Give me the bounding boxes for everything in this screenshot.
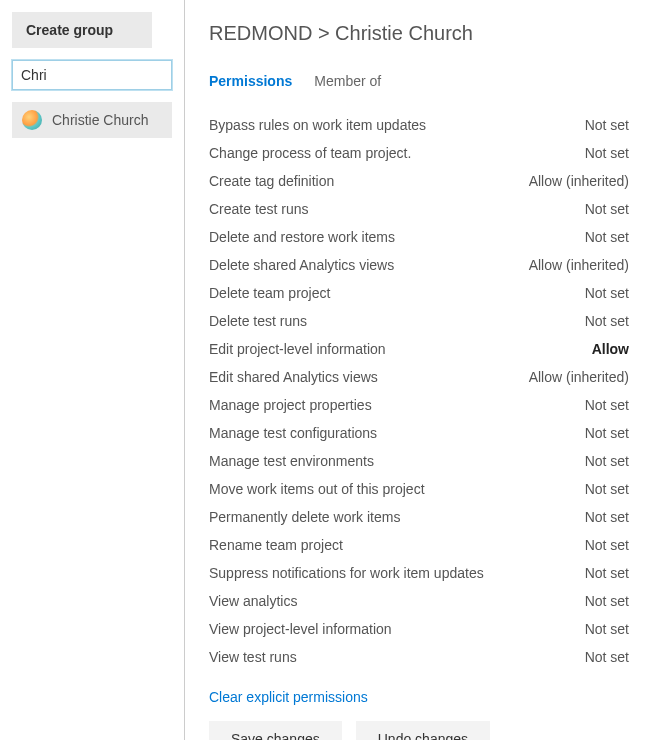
permission-row: Manage test configurationsNot set: [209, 419, 629, 447]
permission-row: Manage test environmentsNot set: [209, 447, 629, 475]
permission-value[interactable]: Allow: [592, 341, 629, 357]
permission-label: Edit shared Analytics views: [209, 369, 378, 385]
permission-row: Delete and restore work itemsNot set: [209, 223, 629, 251]
permission-row: View test runsNot set: [209, 643, 629, 671]
permission-value[interactable]: Not set: [585, 509, 629, 525]
action-bar: Save changes Undo changes: [209, 721, 629, 740]
permission-label: Manage project properties: [209, 397, 372, 413]
permission-label: Create test runs: [209, 201, 309, 217]
avatar-icon: [22, 110, 42, 130]
permission-label: View project-level information: [209, 621, 392, 637]
permission-value[interactable]: Not set: [585, 537, 629, 553]
permission-value[interactable]: Not set: [585, 593, 629, 609]
permission-value[interactable]: Not set: [585, 201, 629, 217]
permission-label: Manage test environments: [209, 453, 374, 469]
permission-label: Suppress notifications for work item upd…: [209, 565, 484, 581]
permission-row: Permanently delete work itemsNot set: [209, 503, 629, 531]
permission-value[interactable]: Not set: [585, 453, 629, 469]
permission-row: Delete shared Analytics viewsAllow (inhe…: [209, 251, 629, 279]
permission-row: Suppress notifications for work item upd…: [209, 559, 629, 587]
permission-label: Delete and restore work items: [209, 229, 395, 245]
save-button[interactable]: Save changes: [209, 721, 342, 740]
permission-label: Delete shared Analytics views: [209, 257, 394, 273]
tab-member-of[interactable]: Member of: [314, 73, 381, 93]
permission-label: Create tag definition: [209, 173, 334, 189]
permission-value[interactable]: Not set: [585, 117, 629, 133]
permission-label: Move work items out of this project: [209, 481, 425, 497]
permission-row: Edit project-level informationAllow: [209, 335, 629, 363]
permission-row: Delete test runsNot set: [209, 307, 629, 335]
tabs: Permissions Member of: [209, 73, 629, 93]
permission-row: Create tag definitionAllow (inherited): [209, 167, 629, 195]
permission-label: View analytics: [209, 593, 297, 609]
permissions-list: Bypass rules on work item updatesNot set…: [209, 111, 629, 671]
permission-label: Bypass rules on work item updates: [209, 117, 426, 133]
search-input[interactable]: [12, 60, 172, 90]
permission-value[interactable]: Allow (inherited): [529, 257, 629, 273]
permission-row: View project-level informationNot set: [209, 615, 629, 643]
permission-value[interactable]: Not set: [585, 425, 629, 441]
permission-label: Edit project-level information: [209, 341, 386, 357]
permission-label: View test runs: [209, 649, 297, 665]
permission-value[interactable]: Not set: [585, 649, 629, 665]
permission-row: Rename team projectNot set: [209, 531, 629, 559]
permission-row: Change process of team project.Not set: [209, 139, 629, 167]
permission-value[interactable]: Not set: [585, 313, 629, 329]
permission-row: Delete team projectNot set: [209, 279, 629, 307]
tab-permissions[interactable]: Permissions: [209, 73, 292, 93]
permission-value[interactable]: Not set: [585, 621, 629, 637]
breadcrumb: REDMOND > Christie Church: [209, 22, 629, 45]
permission-label: Manage test configurations: [209, 425, 377, 441]
permission-row: Create test runsNot set: [209, 195, 629, 223]
permission-value[interactable]: Not set: [585, 229, 629, 245]
permission-row: Manage project propertiesNot set: [209, 391, 629, 419]
permission-value[interactable]: Not set: [585, 285, 629, 301]
main-content: REDMOND > Christie Church Permissions Me…: [185, 0, 649, 740]
clear-permissions-link[interactable]: Clear explicit permissions: [209, 689, 368, 705]
permission-value[interactable]: Not set: [585, 397, 629, 413]
permission-label: Rename team project: [209, 537, 343, 553]
permission-value[interactable]: Not set: [585, 565, 629, 581]
permission-row: Move work items out of this projectNot s…: [209, 475, 629, 503]
permission-row: View analyticsNot set: [209, 587, 629, 615]
identity-label: Christie Church: [52, 112, 148, 128]
permission-value[interactable]: Allow (inherited): [529, 173, 629, 189]
sidebar: Create group Christie Church: [0, 0, 185, 740]
permission-label: Change process of team project.: [209, 145, 411, 161]
permission-value[interactable]: Allow (inherited): [529, 369, 629, 385]
permission-label: Delete test runs: [209, 313, 307, 329]
permission-label: Delete team project: [209, 285, 330, 301]
undo-button[interactable]: Undo changes: [356, 721, 490, 740]
permission-value[interactable]: Not set: [585, 145, 629, 161]
permission-label: Permanently delete work items: [209, 509, 400, 525]
create-group-button[interactable]: Create group: [12, 12, 152, 48]
identity-list-item[interactable]: Christie Church: [12, 102, 172, 138]
permission-value[interactable]: Not set: [585, 481, 629, 497]
permission-row: Edit shared Analytics viewsAllow (inheri…: [209, 363, 629, 391]
permission-row: Bypass rules on work item updatesNot set: [209, 111, 629, 139]
